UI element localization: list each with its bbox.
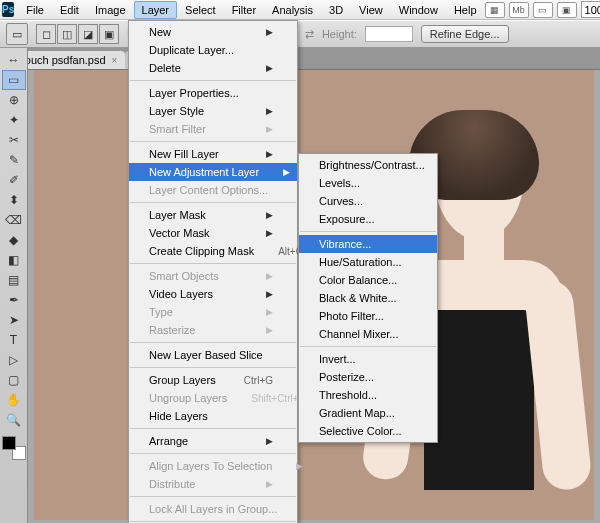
tool-slot-0[interactable]: ↔ (2, 50, 26, 70)
submenu-arrow-icon: ▶ (266, 271, 273, 281)
menu-item[interactable]: Delete▶ (129, 59, 297, 77)
menu-item-label: Duplicate Layer... (149, 44, 234, 56)
selection-subtract-icon[interactable]: ◪ (78, 24, 98, 44)
menu-layer[interactable]: Layer (134, 1, 178, 19)
menu-item[interactable]: New▶ (129, 23, 297, 41)
tool-slot-4[interactable]: ✂ (2, 130, 26, 150)
menu-item[interactable]: Color Balance... (299, 271, 437, 289)
swap-icon[interactable]: ⇄ (305, 28, 314, 41)
menu-item[interactable]: Black & White... (299, 289, 437, 307)
tool-slot-16[interactable]: ▢ (2, 370, 26, 390)
menu-item[interactable]: Hue/Saturation... (299, 253, 437, 271)
refine-edge-button[interactable]: Refine Edge... (421, 25, 509, 43)
tool-slot-15[interactable]: ▷ (2, 350, 26, 370)
zoom-select[interactable]: 100%▾ (581, 1, 600, 18)
menu-image[interactable]: Image (87, 1, 134, 19)
menu-item-label: Arrange (149, 435, 188, 447)
screen-mode-icon[interactable]: ▣ (557, 2, 577, 18)
mini-bridge-icon[interactable]: Mb (509, 2, 529, 18)
menu-separator (130, 263, 296, 264)
menu-analysis[interactable]: Analysis (264, 1, 321, 19)
selection-intersect-icon[interactable]: ▣ (99, 24, 119, 44)
launch-bridge-icon[interactable]: ▦ (485, 2, 505, 18)
selection-new-icon[interactable]: ◻ (36, 24, 56, 44)
menu-window[interactable]: Window (391, 1, 446, 19)
current-tool-preset[interactable]: ▭ (6, 23, 28, 45)
menu-item[interactable]: Brightness/Contrast... (299, 156, 437, 174)
menu-item: Smart Filter▶ (129, 120, 297, 138)
menu-item: Rasterize▶ (129, 321, 297, 339)
tool-slot-13[interactable]: ➤ (2, 310, 26, 330)
submenu-arrow-icon: ▶ (266, 436, 273, 446)
menu-select[interactable]: Select (177, 1, 224, 19)
menu-item[interactable]: Curves... (299, 192, 437, 210)
menu-item[interactable]: Threshold... (299, 386, 437, 404)
selection-add-icon[interactable]: ◫ (57, 24, 77, 44)
menu-item[interactable]: Layer Mask▶ (129, 206, 297, 224)
menu-item[interactable]: Layer Properties... (129, 84, 297, 102)
tool-slot-1[interactable]: ▭ (2, 70, 26, 90)
menu-item[interactable]: New Layer Based Slice (129, 346, 297, 364)
menu-filter[interactable]: Filter (224, 1, 264, 19)
menu-separator (130, 428, 296, 429)
tool-slot-12[interactable]: ✒ (2, 290, 26, 310)
menu-view[interactable]: View (351, 1, 391, 19)
layer-menu: New▶Duplicate Layer...Delete▶Layer Prope… (128, 20, 298, 523)
menu-item[interactable]: New Adjustment Layer▶ (129, 163, 297, 181)
menu-item[interactable]: Selective Color... (299, 422, 437, 440)
menu-item[interactable]: Layer Style▶ (129, 102, 297, 120)
menu-item[interactable]: Hide Layers (129, 407, 297, 425)
tool-slot-14[interactable]: T (2, 330, 26, 350)
tool-slot-7[interactable]: ⬍ (2, 190, 26, 210)
selection-mode-group: ◻ ◫ ◪ ▣ (36, 24, 119, 44)
tool-slot-9[interactable]: ◆ (2, 230, 26, 250)
menu-item[interactable]: Vector Mask▶ (129, 224, 297, 242)
menu-separator (300, 231, 436, 232)
tool-slot-10[interactable]: ◧ (2, 250, 26, 270)
tool-slot-11[interactable]: ▤ (2, 270, 26, 290)
menu-item[interactable]: Exposure... (299, 210, 437, 228)
menu-file[interactable]: File (18, 1, 52, 19)
menu-item: Layer Content Options... (129, 181, 297, 199)
menu-separator (130, 202, 296, 203)
menu-item: Lock All Layers in Group... (129, 500, 297, 518)
menu-item[interactable]: Create Clipping MaskAlt+Ctrl+G (129, 242, 297, 260)
menu-item[interactable]: Gradient Map... (299, 404, 437, 422)
menu-help[interactable]: Help (446, 1, 485, 19)
appbar-right: ▦ Mb ▭ ▣ 100%▾ ▦ ESSENTIALS▾ (485, 1, 600, 18)
menu-item-label: Selective Color... (319, 425, 402, 437)
tool-slot-5[interactable]: ✎ (2, 150, 26, 170)
menu-item[interactable]: New Fill Layer▶ (129, 145, 297, 163)
tool-slot-6[interactable]: ✐ (2, 170, 26, 190)
submenu-arrow-icon: ▶ (266, 289, 273, 299)
menu-item[interactable]: Vibrance... (299, 235, 437, 253)
menu-item[interactable]: Photo Filter... (299, 307, 437, 325)
menu-item-label: Black & White... (319, 292, 397, 304)
submenu-arrow-icon: ▶ (296, 461, 303, 471)
menu-item[interactable]: Arrange▶ (129, 432, 297, 450)
menu-item: Align Layers To Selection▶ (129, 457, 297, 475)
menu-edit[interactable]: Edit (52, 1, 87, 19)
menu-item[interactable]: Video Layers▶ (129, 285, 297, 303)
menu-separator (130, 496, 296, 497)
tool-slot-8[interactable]: ⌫ (2, 210, 26, 230)
tool-slot-18[interactable]: 🔍 (2, 410, 26, 430)
tool-slot-2[interactable]: ⊕ (2, 90, 26, 110)
tool-slot-17[interactable]: ✋ (2, 390, 26, 410)
menu-item[interactable]: Duplicate Layer... (129, 41, 297, 59)
height-field[interactable] (365, 26, 413, 42)
menu-item[interactable]: Invert... (299, 350, 437, 368)
tool-slot-3[interactable]: ✦ (2, 110, 26, 130)
menu-item-label: Ungroup Layers (149, 392, 227, 404)
view-extras-icon[interactable]: ▭ (533, 2, 553, 18)
menu-item[interactable]: Levels... (299, 174, 437, 192)
menu-separator (130, 141, 296, 142)
submenu-arrow-icon: ▶ (266, 63, 273, 73)
menu-item[interactable]: Group LayersCtrl+G (129, 371, 297, 389)
close-icon[interactable]: × (112, 55, 118, 66)
color-swatches[interactable] (2, 436, 26, 460)
menu-item[interactable]: Channel Mixer... (299, 325, 437, 343)
menu-item[interactable]: Posterize... (299, 368, 437, 386)
menu-3d[interactable]: 3D (321, 1, 351, 19)
foreground-color-swatch[interactable] (2, 436, 16, 450)
